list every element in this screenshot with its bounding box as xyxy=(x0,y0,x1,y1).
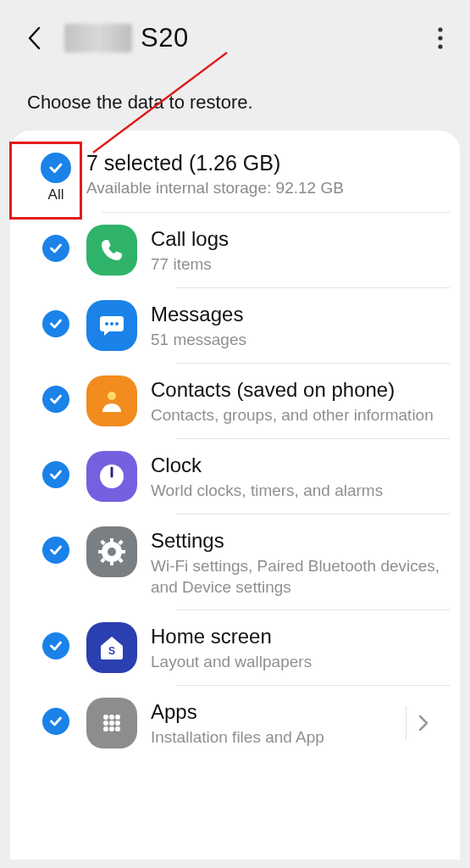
item-checkbox[interactable] xyxy=(42,461,69,488)
svg-point-10 xyxy=(108,548,116,556)
item-subtitle: 77 items xyxy=(151,254,445,275)
svg-rect-13 xyxy=(98,550,103,554)
checkmark-icon xyxy=(48,542,64,558)
item-checkbox[interactable] xyxy=(42,235,69,262)
checkmark-icon xyxy=(48,316,64,331)
item-subtitle: World clocks, timers, and alarms xyxy=(151,481,445,502)
expand-button[interactable] xyxy=(406,706,440,740)
checkmark-icon xyxy=(48,714,64,729)
select-all-checkbox[interactable] xyxy=(41,153,71,183)
available-storage: Available internal storage: 92.12 GB xyxy=(86,179,445,198)
svg-point-5 xyxy=(115,322,119,326)
checkmark-icon xyxy=(48,638,64,654)
item-checkbox[interactable] xyxy=(42,708,69,735)
svg-rect-17 xyxy=(118,540,123,545)
svg-point-4 xyxy=(110,322,113,326)
svg-point-26 xyxy=(103,726,108,732)
list-item-settings[interactable]: SettingsWi-Fi settings, Paired Bluetooth… xyxy=(10,515,460,609)
checkmark-icon xyxy=(47,159,64,176)
item-title: Messages xyxy=(151,302,445,327)
home-icon: S xyxy=(86,622,137,673)
device-suffix: S20 xyxy=(141,23,189,53)
item-checkbox[interactable] xyxy=(42,386,69,413)
svg-rect-12 xyxy=(110,560,113,565)
svg-point-23 xyxy=(103,721,108,726)
chat-icon xyxy=(86,300,137,351)
item-subtitle: Installation files and App xyxy=(151,727,406,748)
svg-point-3 xyxy=(105,322,108,326)
item-subtitle: Layout and wallpapers xyxy=(151,652,445,673)
svg-point-22 xyxy=(115,715,120,720)
redacted-text xyxy=(64,24,132,53)
svg-point-28 xyxy=(115,726,120,732)
svg-text:S: S xyxy=(108,645,115,657)
grid-icon xyxy=(86,698,137,748)
item-title: Call logs xyxy=(151,226,445,252)
item-title: Settings xyxy=(151,528,445,554)
more-options-button[interactable] xyxy=(428,21,453,55)
list-item-home[interactable]: SHome screenLayout and wallpapers xyxy=(10,610,460,685)
clock-icon xyxy=(86,451,137,502)
select-all-label: All xyxy=(48,186,64,203)
list-item-call-logs[interactable]: Call logs77 items xyxy=(10,213,460,287)
checkmark-icon xyxy=(48,467,64,482)
svg-point-27 xyxy=(109,726,114,732)
svg-point-1 xyxy=(438,36,442,40)
item-subtitle: 51 messages xyxy=(151,330,445,351)
svg-point-25 xyxy=(115,721,120,726)
svg-rect-15 xyxy=(100,540,105,545)
svg-point-21 xyxy=(109,715,114,720)
selection-count: 7 selected (1.26 GB) xyxy=(86,151,445,175)
item-title: Apps xyxy=(151,699,406,725)
device-title: S20 xyxy=(64,23,189,53)
select-all-row[interactable]: All 7 selected (1.26 GB) Available inter… xyxy=(10,146,460,212)
back-button[interactable] xyxy=(22,21,46,55)
svg-point-6 xyxy=(108,392,116,400)
svg-rect-11 xyxy=(110,538,113,543)
checkmark-icon xyxy=(48,392,64,407)
item-checkbox[interactable] xyxy=(42,632,69,659)
checkmark-icon xyxy=(48,241,64,256)
list-item-messages[interactable]: Messages51 messages xyxy=(10,288,460,363)
person-icon xyxy=(86,376,137,426)
list-item-clock[interactable]: ClockWorld clocks, timers, and alarms xyxy=(10,439,460,514)
restore-card: All 7 selected (1.26 GB) Available inter… xyxy=(10,131,460,860)
page-subtitle: Choose the data to restore. xyxy=(0,66,470,131)
more-vertical-icon xyxy=(437,25,444,51)
item-title: Home screen xyxy=(151,624,445,649)
gear-icon xyxy=(86,526,137,577)
svg-point-2 xyxy=(438,44,442,48)
svg-rect-14 xyxy=(120,550,125,554)
item-title: Contacts (saved on phone) xyxy=(151,377,445,403)
phone-icon xyxy=(86,225,137,275)
item-title: Clock xyxy=(151,453,445,478)
list-item-contacts[interactable]: Contacts (saved on phone)Contacts, group… xyxy=(10,364,460,438)
header: S20 xyxy=(0,0,470,66)
item-checkbox[interactable] xyxy=(42,310,69,337)
svg-point-20 xyxy=(103,715,108,720)
svg-point-24 xyxy=(109,721,114,726)
svg-point-0 xyxy=(438,27,442,31)
item-subtitle: Wi-Fi settings, Paired Bluetooth devices… xyxy=(151,556,445,598)
item-checkbox[interactable] xyxy=(42,537,69,564)
item-subtitle: Contacts, groups, and other information xyxy=(151,405,445,426)
chevron-right-icon xyxy=(417,713,429,733)
list-item-apps[interactable]: AppsInstallation files and App xyxy=(10,686,460,760)
chevron-left-icon xyxy=(26,25,41,51)
